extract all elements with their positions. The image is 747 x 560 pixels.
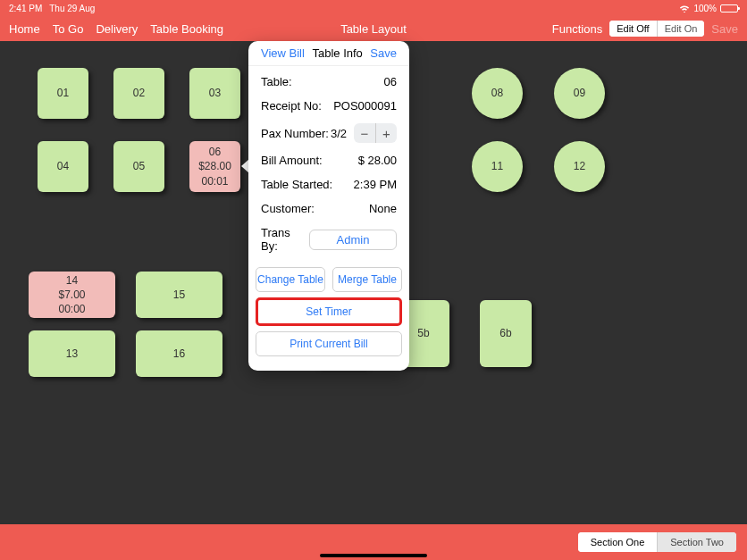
nav-save[interactable]: Save xyxy=(711,22,738,36)
table-label: 01 xyxy=(57,86,69,100)
table-02[interactable]: 02 xyxy=(113,68,164,119)
nav-home[interactable]: Home xyxy=(9,22,40,36)
table-14[interactable]: 14$7.0000:00 xyxy=(29,272,115,318)
pax-value: 3/2 xyxy=(331,127,347,140)
table-value: 06 xyxy=(384,75,397,88)
table-label: 04 xyxy=(57,159,69,173)
table-label: 6b xyxy=(499,326,511,340)
section-two-tab[interactable]: Section Two xyxy=(657,532,736,552)
customer-value: None xyxy=(369,202,397,215)
table-6b[interactable]: 6b xyxy=(480,300,532,367)
table-label: 03 xyxy=(209,86,221,100)
table-label: 12 xyxy=(574,159,585,173)
change-table-button[interactable]: Change Table xyxy=(256,267,325,292)
table-timer: 00:01 xyxy=(201,174,228,188)
bill-label: Bill Amount: xyxy=(261,154,323,167)
status-time: 2:41 PM xyxy=(9,4,42,13)
view-bill-button[interactable]: View Bill xyxy=(261,46,305,60)
navigation-bar: Home To Go Delivery Table Booking Table … xyxy=(0,16,747,41)
table-11[interactable]: 11 xyxy=(472,141,523,192)
started-label: Table Started: xyxy=(261,178,332,191)
receipt-value: POS000091 xyxy=(333,99,397,113)
status-bar: 2:41 PM Thu 29 Aug 100% xyxy=(0,0,747,16)
status-date: Thu 29 Aug xyxy=(49,4,95,13)
section-segment[interactable]: Section One Section Two xyxy=(578,532,736,552)
table-09[interactable]: 09 xyxy=(554,68,605,119)
table-label: 06 xyxy=(209,145,221,159)
edit-off-button[interactable]: Edit Off xyxy=(609,21,656,37)
nav-table-booking[interactable]: Table Booking xyxy=(150,22,223,36)
merge-table-button[interactable]: Merge Table xyxy=(332,267,402,292)
table-05[interactable]: 05 xyxy=(113,141,164,192)
battery-icon xyxy=(720,4,738,13)
table-timer: 00:00 xyxy=(58,302,85,316)
edit-on-button[interactable]: Edit On xyxy=(657,21,705,37)
set-timer-button[interactable]: Set Timer xyxy=(256,297,402,326)
edit-mode-segment[interactable]: Edit Off Edit On xyxy=(609,21,704,37)
wifi-icon xyxy=(679,4,690,13)
table-label: 5b xyxy=(417,326,429,340)
trans-by-button[interactable]: Admin xyxy=(309,230,397,250)
pax-label: Pax Number: xyxy=(261,127,329,140)
table-label: 02 xyxy=(133,86,145,100)
table-label: Table: xyxy=(261,75,292,88)
page-title: Table Layout xyxy=(340,22,407,36)
started-value: 2:39 PM xyxy=(354,178,397,191)
home-indicator xyxy=(320,554,427,557)
table-info-popover: View Bill Table Info Save Table:06 Recei… xyxy=(248,41,409,371)
customer-label: Customer: xyxy=(261,202,315,215)
table-label: 08 xyxy=(491,86,503,100)
table-01[interactable]: 01 xyxy=(38,68,88,119)
table-label: 09 xyxy=(574,86,585,100)
table-16[interactable]: 16 xyxy=(136,330,222,377)
pax-stepper[interactable]: − + xyxy=(354,123,397,143)
table-label: 13 xyxy=(66,347,78,361)
bill-value: $ 28.00 xyxy=(358,154,397,167)
table-15[interactable]: 15 xyxy=(136,272,222,318)
receipt-label: Receipt No: xyxy=(261,99,322,113)
table-amount: $7.00 xyxy=(58,288,85,302)
nav-functions[interactable]: Functions xyxy=(552,22,602,36)
table-13[interactable]: 13 xyxy=(29,330,115,377)
table-amount: $28.00 xyxy=(198,159,231,173)
trans-label: Trans By: xyxy=(261,226,309,253)
table-label: 14 xyxy=(66,273,78,288)
table-label: 16 xyxy=(173,347,185,361)
table-label: 05 xyxy=(133,159,145,173)
section-one-tab[interactable]: Section One xyxy=(578,532,658,552)
table-label: 11 xyxy=(491,159,503,173)
battery-percent: 100% xyxy=(693,4,717,13)
table-03[interactable]: 03 xyxy=(189,68,240,119)
table-06[interactable]: 06$28.0000:01 xyxy=(189,141,240,192)
pax-plus-button[interactable]: + xyxy=(375,123,397,143)
table-info-title: Table Info xyxy=(312,46,362,60)
popover-save-button[interactable]: Save xyxy=(370,46,397,60)
table-label: 15 xyxy=(173,288,185,302)
table-04[interactable]: 04 xyxy=(38,141,88,192)
table-08[interactable]: 08 xyxy=(472,68,523,119)
table-12[interactable]: 12 xyxy=(554,141,605,192)
nav-delivery[interactable]: Delivery xyxy=(96,22,138,36)
nav-to-go[interactable]: To Go xyxy=(53,22,84,36)
print-current-bill-button[interactable]: Print Current Bill xyxy=(256,331,402,356)
pax-minus-button[interactable]: − xyxy=(354,123,375,143)
